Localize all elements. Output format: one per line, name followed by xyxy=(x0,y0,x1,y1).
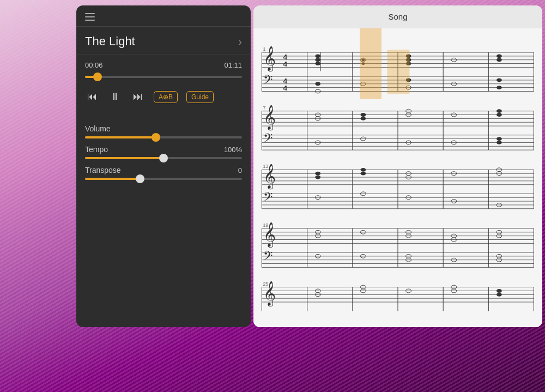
transpose-track[interactable] xyxy=(85,178,242,180)
svg-point-43 xyxy=(496,78,502,82)
song-header-title: Song xyxy=(388,12,407,21)
svg-point-78 xyxy=(496,113,502,117)
svg-point-102 xyxy=(315,176,320,179)
fast-forward-button[interactable]: ⏭ xyxy=(131,89,145,105)
song-title-row: The Light › xyxy=(76,27,251,55)
song-title: The Light xyxy=(85,34,135,49)
svg-text:25: 25 xyxy=(263,281,268,287)
rewind-button[interactable]: ⏮ xyxy=(85,89,99,105)
sheet-music-area[interactable]: 𝄞 𝄢 4 4 4 4 xyxy=(253,28,542,327)
svg-text:𝄢: 𝄢 xyxy=(263,190,272,207)
current-time: 00:06 xyxy=(85,61,103,69)
svg-point-70 xyxy=(361,117,366,120)
svg-point-25 xyxy=(315,58,320,62)
svg-text:4: 4 xyxy=(283,84,288,92)
svg-point-105 xyxy=(361,172,366,176)
progress-track[interactable] xyxy=(85,76,242,78)
svg-text:4: 4 xyxy=(283,60,288,68)
svg-text:7: 7 xyxy=(263,105,265,111)
svg-point-24 xyxy=(315,54,320,58)
right-panel: Song xyxy=(253,5,542,327)
tempo-label: Tempo xyxy=(85,145,108,154)
hamburger-menu-button[interactable] xyxy=(85,13,95,21)
svg-point-26 xyxy=(315,62,320,65)
svg-text:1: 1 xyxy=(263,46,265,52)
svg-point-101 xyxy=(315,172,320,176)
pause-button[interactable]: ⏸ xyxy=(108,89,122,105)
tempo-thumb[interactable] xyxy=(159,154,168,162)
volume-fill xyxy=(85,136,156,138)
total-time: 01:11 xyxy=(224,61,242,69)
tempo-fill xyxy=(85,157,164,159)
tempo-track[interactable] xyxy=(85,157,242,159)
transpose-label: Transpose xyxy=(85,166,121,174)
volume-thumb[interactable] xyxy=(152,133,160,142)
sheet-music-header: Song xyxy=(253,5,542,28)
transpose-value: 0 xyxy=(238,166,242,174)
sliders-section: Volume Tempo 100% Transpose 0 xyxy=(76,113,251,327)
svg-point-44 xyxy=(496,86,502,89)
song-detail-chevron-icon[interactable]: › xyxy=(238,35,242,48)
progress-thumb[interactable] xyxy=(93,73,102,81)
guide-button[interactable]: Guide xyxy=(186,91,214,103)
sheet-music-svg: 𝄞 𝄢 4 4 4 4 xyxy=(253,28,542,327)
svg-text:19: 19 xyxy=(263,222,268,228)
ab-loop-button[interactable]: A⊕B xyxy=(154,91,178,103)
svg-text:𝄢: 𝄢 xyxy=(263,249,272,266)
svg-point-42 xyxy=(496,58,502,62)
svg-text:𝄢: 𝄢 xyxy=(263,73,272,89)
playback-highlight-bar xyxy=(360,28,382,99)
svg-point-79 xyxy=(496,137,502,141)
progress-container xyxy=(76,71,251,85)
panel-header xyxy=(76,5,251,27)
tempo-label-row: Tempo 100% xyxy=(85,145,242,154)
volume-label-row: Volume xyxy=(85,124,242,133)
transpose-thumb[interactable] xyxy=(136,174,144,183)
svg-point-77 xyxy=(496,109,502,113)
volume-label: Volume xyxy=(85,124,111,133)
controls-row: ⏮ ⏸ ⏭ A⊕B Guide xyxy=(76,85,251,113)
left-panel: The Light › 00:06 01:11 ⏮ ⏸ ⏭ A⊕B Guide … xyxy=(76,5,251,327)
svg-text:𝄢: 𝄢 xyxy=(263,131,272,148)
volume-track[interactable] xyxy=(85,136,242,138)
time-row: 00:06 01:11 xyxy=(76,55,251,71)
svg-point-104 xyxy=(361,168,366,172)
svg-point-27 xyxy=(315,82,320,86)
svg-rect-174 xyxy=(387,50,409,94)
svg-point-80 xyxy=(496,141,502,144)
transpose-fill xyxy=(85,178,140,180)
tempo-value: 100% xyxy=(224,146,242,154)
svg-point-172 xyxy=(496,289,502,293)
svg-point-173 xyxy=(496,293,502,297)
svg-text:13: 13 xyxy=(263,164,268,169)
transpose-label-row: Transpose 0 xyxy=(85,166,242,174)
svg-point-41 xyxy=(496,54,502,58)
svg-point-69 xyxy=(361,113,366,117)
